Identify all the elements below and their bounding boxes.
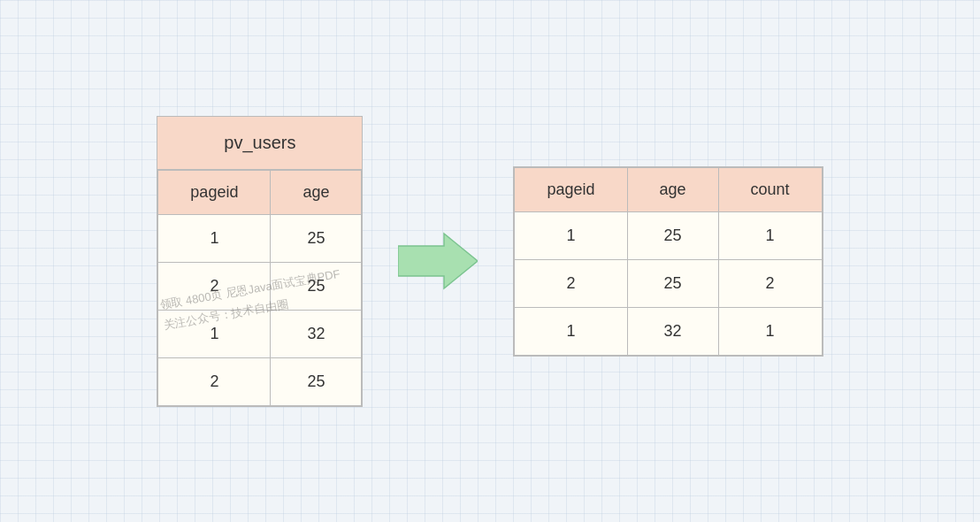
main-container: pv_users pageid age 125225132225 领取 4800… [157, 116, 823, 407]
right-table-wrapper: pageid age count 125122521321 [513, 166, 823, 357]
table-cell: 2 [158, 262, 271, 310]
table-cell: 32 [271, 310, 362, 357]
table-cell: 25 [627, 211, 718, 259]
table-cell: 1 [158, 310, 271, 357]
table-cell: 25 [627, 259, 718, 307]
table-row: 1251 [515, 211, 822, 259]
left-col-pageid: pageid [158, 170, 271, 214]
table-row: 125 [158, 214, 362, 262]
table-cell: 1 [515, 211, 627, 259]
left-col-age: age [271, 170, 362, 214]
table-cell: 1 [158, 214, 271, 262]
right-col-pageid: pageid [515, 167, 627, 211]
right-table: pageid age count 125122521321 [514, 167, 822, 356]
table-cell: 2 [718, 259, 822, 307]
table-cell: 25 [271, 262, 362, 310]
table-row: 225 [158, 262, 362, 310]
right-table-header-row: pageid age count [515, 167, 822, 211]
table-row: 1321 [515, 307, 822, 355]
left-table: pageid age 125225132225 [157, 170, 362, 406]
table-row: 132 [158, 310, 362, 357]
table-cell: 1 [718, 211, 822, 259]
table-cell: 32 [627, 307, 718, 355]
arrow-icon [398, 230, 478, 292]
left-table-title: pv_users [157, 117, 362, 170]
table-cell: 2 [515, 259, 627, 307]
right-col-count: count [718, 167, 822, 211]
svg-marker-0 [398, 234, 478, 288]
table-row: 225 [158, 357, 362, 405]
right-col-age: age [627, 167, 718, 211]
left-table-header-row: pageid age [158, 170, 362, 214]
table-cell: 1 [718, 307, 822, 355]
left-table-wrapper: pv_users pageid age 125225132225 [157, 116, 363, 407]
table-cell: 25 [271, 214, 362, 262]
left-table-container: pv_users pageid age 125225132225 领取 4800… [157, 116, 363, 407]
table-cell: 2 [158, 357, 271, 405]
table-cell: 25 [271, 357, 362, 405]
table-cell: 1 [515, 307, 627, 355]
table-row: 2252 [515, 259, 822, 307]
